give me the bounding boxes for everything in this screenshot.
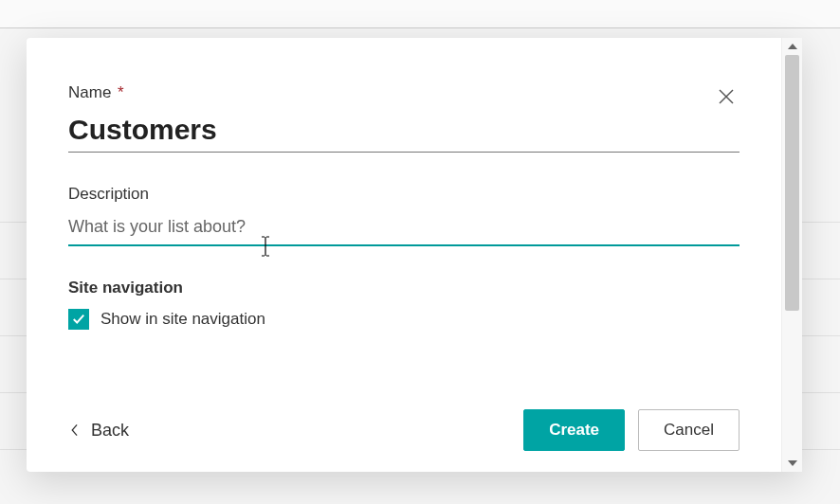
chevron-left-icon	[68, 423, 82, 437]
scroll-up-button[interactable]	[782, 38, 802, 55]
required-indicator: *	[118, 83, 124, 101]
close-button[interactable]	[713, 83, 740, 110]
dialog-scrollbar[interactable]	[781, 38, 802, 472]
show-in-nav-label: Show in site navigation	[100, 310, 265, 329]
close-icon	[719, 89, 734, 104]
scroll-thumb[interactable]	[785, 55, 799, 311]
show-in-nav-row: Show in site navigation	[68, 309, 740, 330]
dialog-actions: Create Cancel	[523, 409, 740, 451]
name-label: Name *	[68, 83, 740, 102]
checkmark-icon	[72, 313, 85, 326]
scroll-down-button[interactable]	[782, 455, 802, 472]
cancel-button[interactable]: Cancel	[638, 409, 740, 451]
description-input[interactable]	[68, 211, 740, 246]
dialog-footer: Back Create Cancel	[68, 409, 740, 451]
dialog-body: Name * Description Site navigation Show …	[27, 38, 781, 472]
arrow-up-icon	[788, 44, 797, 49]
back-button[interactable]: Back	[68, 421, 129, 441]
description-field: Description	[68, 185, 740, 246]
description-label: Description	[68, 185, 740, 204]
site-navigation-section: Site navigation Show in site navigation	[68, 279, 740, 330]
create-list-dialog: Name * Description Site navigation Show …	[27, 38, 802, 472]
name-input[interactable]	[68, 110, 740, 153]
name-field: Name *	[68, 83, 740, 153]
back-label: Back	[91, 421, 129, 441]
create-button[interactable]: Create	[523, 409, 625, 451]
show-in-nav-checkbox[interactable]	[68, 309, 89, 330]
arrow-down-icon	[788, 460, 797, 466]
site-navigation-title: Site navigation	[68, 279, 740, 297]
name-label-text: Name	[68, 83, 111, 101]
